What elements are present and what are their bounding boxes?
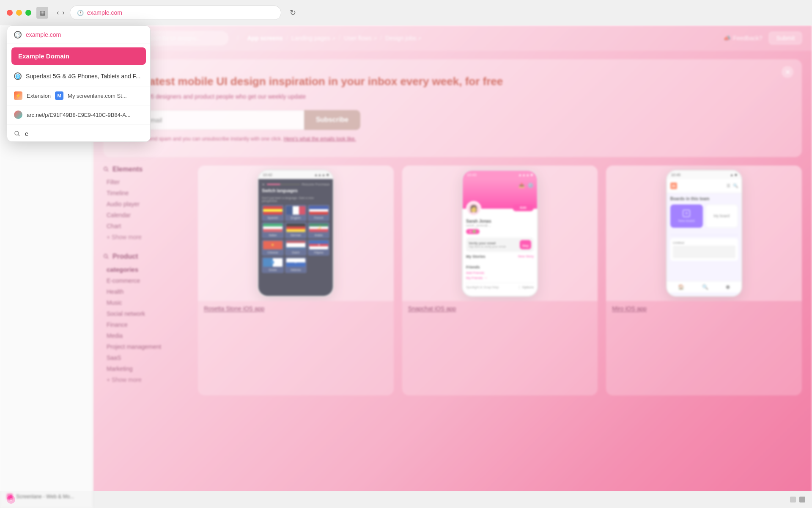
cat-item-media[interactable]: Media [103, 330, 188, 341]
app-card-rosetta[interactable]: 10:42 ▲▲▲ ■ ✕ Resume Purchase [198, 166, 394, 395]
arc-icon [14, 110, 22, 119]
nav-right: 📣 Feedback? Submit [723, 32, 802, 44]
close-window-button[interactable] [7, 10, 13, 16]
cat-item-saas[interactable]: SaaS [103, 352, 188, 363]
nav-link-design-jobs[interactable]: Design jobs [385, 35, 421, 41]
content-grid: Elements Filter Timeline Audio player Ca… [93, 166, 812, 395]
subscribe-button[interactable]: Subscribe [304, 110, 360, 130]
elements-show-more[interactable]: + Show more [103, 232, 188, 243]
minimize-window-button[interactable] [16, 10, 22, 16]
nav-sep-2: / [286, 34, 288, 42]
nav-sep-1: / [237, 34, 239, 42]
cat-item-marketing[interactable]: Marketing [103, 363, 188, 374]
cat-item-calendar[interactable]: Calendar [103, 210, 188, 221]
page-icon-1 [790, 497, 796, 502]
rosetta-title: Switch languages [262, 188, 329, 193]
snapchat-card-link[interactable]: Snapchat iOS app [408, 305, 456, 312]
miro-card-label: Miro iOS app [606, 301, 802, 316]
product-show-more[interactable]: + Show more [103, 374, 188, 385]
nav-link-user-flows[interactable]: User flows [344, 35, 376, 41]
newsletter-subtitle: Join 27,595 designers and product people… [123, 93, 782, 100]
cat-item-social[interactable]: Social network [103, 308, 188, 319]
svg-point-4 [104, 254, 107, 258]
tab-icon: ▦ [36, 7, 48, 19]
miro-phone-content: m ☰ 🔍 Boards in this team [667, 179, 741, 296]
url-bar[interactable]: 🕐 example.com [70, 6, 281, 20]
cat-item-ecommerce[interactable]: E-commerce [103, 275, 188, 286]
snapchat-phone-content: 📤 ⚙️ 👩 Edit [463, 179, 537, 296]
toolbar-icons: ‹ › [57, 9, 65, 17]
back-icon[interactable]: ‹ [57, 9, 59, 17]
svg-point-0 [15, 131, 19, 135]
clock-icon: 🕐 [77, 10, 84, 16]
close-banner-button[interactable]: ✕ [782, 66, 793, 78]
screenlane-website: Search for UI designs... / App screens /… [93, 25, 812, 508]
globe-icon: 🌐 [14, 72, 22, 80]
cat-item-timeline[interactable]: Timeline [103, 188, 188, 199]
language-grid: Spanish English French [262, 205, 329, 256]
cat-item-chart[interactable]: Chart [103, 221, 188, 232]
nav-links: App screens / Landing pages / User flows… [247, 34, 421, 42]
nav-link-app-screens[interactable]: App screens [247, 35, 283, 41]
product-section: Product categories E-commerce Health Mus… [103, 253, 188, 385]
forward-icon[interactable]: › [62, 9, 64, 17]
dropdown-search-item[interactable]: e [7, 126, 150, 141]
app-card-miro[interactable]: 10:45 ▲ ■ m [606, 166, 802, 395]
elements-section: Elements Filter Timeline Audio player Ca… [103, 166, 188, 243]
cat-item-filter[interactable]: Filter [103, 177, 188, 188]
miro-status-bar: 10:45 ▲ ■ [667, 171, 741, 179]
divider-1 [7, 86, 150, 86]
feedback-button[interactable]: 📣 Feedback? [723, 35, 762, 41]
dropdown-extension-item[interactable]: ⚡ Extension M My screenlane.com St... [7, 88, 150, 103]
cat-item-finance[interactable]: Finance [103, 319, 188, 330]
newsletter-title: The latest mobile UI design inspiration … [123, 75, 782, 89]
newsletter-form: Subscribe [123, 110, 360, 130]
rosetta-screen: 10:42 ▲▲▲ ■ ✕ Resume Purchase [198, 166, 394, 301]
app-card-snapchat[interactable]: 10:43 ▲▲▲ ■ 📤 ⚙️ [402, 166, 598, 395]
snapchat-screen: 10:43 ▲▲▲ ■ 📤 ⚙️ [402, 166, 598, 301]
cat-item-health[interactable]: Health [103, 286, 188, 297]
dropdown-suggestion-text: Superfast 5G & 4G Phones, Tablets and F.… [26, 73, 140, 80]
divider-3 [7, 124, 150, 124]
svg-point-3 [104, 167, 107, 171]
bottom-status-bar: S [0, 491, 812, 508]
share-button[interactable]: ↻ [290, 8, 296, 17]
snapchat-card-label: Snapchat iOS app [402, 301, 598, 316]
search-prod-icon [103, 254, 109, 260]
search-query-text: e [25, 130, 28, 137]
cat-item-music[interactable]: Music [103, 297, 188, 308]
snapchat-phone-mockup: 10:43 ▲▲▲ ■ 📤 ⚙️ [462, 170, 538, 297]
screenlane-nav: Search for UI designs... / App screens /… [93, 25, 812, 51]
fullscreen-window-button[interactable] [25, 10, 31, 16]
product-header: Product [103, 253, 188, 260]
newsletter-disclaimer: We never send spam and you can unsubscri… [123, 136, 782, 142]
dropdown-arc-item[interactable]: arc.net/p/E91F49B8-E9E9-410C-9B84-A... [7, 107, 150, 122]
dropdown-selected-item[interactable]: Example Domain [11, 47, 146, 65]
url-dropdown[interactable]: 🕐 example.com Example Domain 🌐 Superfast… [7, 25, 151, 142]
dropdown-suggestion-item[interactable]: 🌐 Superfast 5G & 4G Phones, Tablets and … [7, 68, 150, 84]
sidebar-screenlane-tab[interactable]: Screenlane - Web & Mo... [0, 490, 93, 503]
categories-sidebar: Elements Filter Timeline Audio player Ca… [103, 166, 188, 395]
miro-card-link[interactable]: Miro iOS app [612, 305, 647, 312]
app-screens-grid: 10:42 ▲▲▲ ■ ✕ Resume Purchase [198, 166, 802, 395]
nav-sep-3: / [339, 34, 340, 42]
share-icon: ↻ [290, 8, 296, 17]
cat-item-project[interactable]: Project management [103, 341, 188, 352]
page-icon-2 [799, 497, 805, 502]
miro-phone-mockup: 10:45 ▲ ■ m [666, 170, 742, 297]
bottom-page-icons [790, 497, 805, 502]
feedback-icon: 📣 [723, 35, 730, 41]
extension-label: Extension [27, 93, 51, 99]
cat-item-audio[interactable]: Audio player [103, 199, 188, 210]
submit-button[interactable]: Submit [769, 32, 802, 44]
traffic-lights[interactable] [7, 10, 31, 16]
arc-url-text: arc.net/p/E91F49B8-E9E9-410C-9B84-A... [27, 112, 131, 118]
newsletter-disclaimer-link[interactable]: Here's what the emails look like. [284, 136, 356, 142]
elements-header: Elements [103, 166, 188, 173]
rosetta-card-link[interactable]: Rosetta Stone iOS app [204, 305, 264, 312]
url-text[interactable]: example.com [87, 9, 122, 16]
search-cat-icon [103, 166, 109, 172]
nav-link-landing-pages[interactable]: Landing pages [291, 35, 335, 41]
snapchat-status-bar: 10:43 ▲▲▲ ■ [463, 171, 537, 179]
divider-2 [7, 105, 150, 105]
